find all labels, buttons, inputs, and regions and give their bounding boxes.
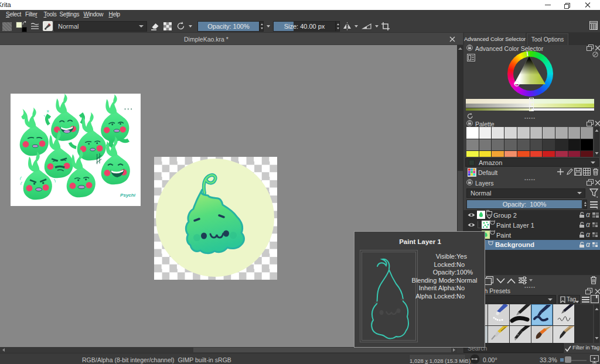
svg-text:Psychi: Psychi [120, 193, 136, 198]
svg-text:?: ? [75, 129, 79, 135]
